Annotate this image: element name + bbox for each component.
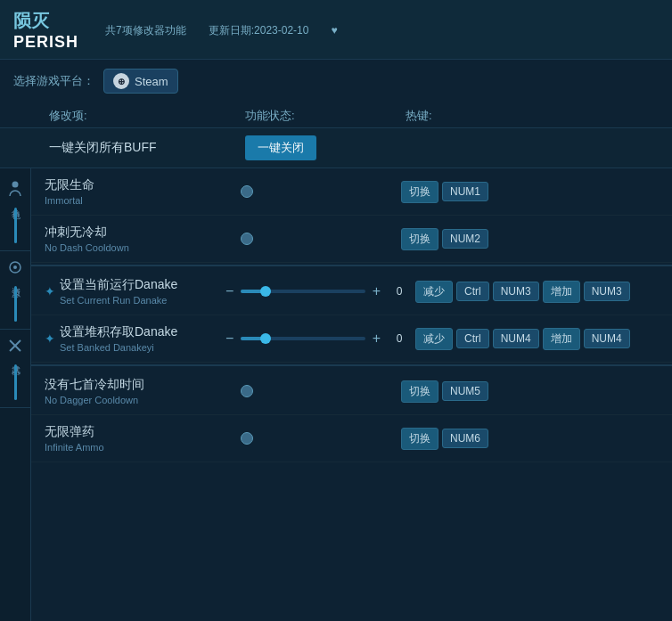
slider-decrease-btn[interactable]: − (223, 331, 236, 347)
header-meta: 共7项修改器功能 更新日期:2023-02-10 ♥ (105, 23, 338, 38)
slider-hotkey-ctrl[interactable]: Ctrl (456, 282, 489, 301)
slider-row: ✦ 设置当前运行Danake Set Current Run Danake − … (31, 268, 672, 315)
weapon-icon (6, 337, 24, 355)
toggle-dot (241, 432, 253, 445)
feature-info: 无限弹药 Infinite Ammo (45, 424, 241, 453)
hotkey-switch-1[interactable]: 切换 (401, 181, 438, 203)
slider-value: 0 (390, 285, 408, 298)
slider-hotkey-ctrl[interactable]: Ctrl (456, 329, 489, 348)
heart-icon[interactable]: ♥ (331, 24, 337, 37)
slider-hotkey-increase[interactable]: 增加 (543, 328, 580, 350)
hotkey-num1[interactable]: NUM1 (442, 182, 488, 201)
sidebar-label-weapon: 武器 (9, 358, 21, 362)
resources-icon (6, 258, 24, 276)
slider-increase-btn[interactable]: + (370, 331, 383, 347)
feature-name-cn: 冲刺无冷却 (45, 225, 241, 241)
hotkey-switch-6[interactable]: 切换 (401, 428, 438, 450)
toggle-dot (241, 385, 253, 397)
col-header-modify: 修改项: (49, 108, 245, 124)
slider-hotkey-num4-r[interactable]: NUM4 (584, 329, 630, 348)
star-icon: ✦ (45, 331, 55, 346)
feature-hotkeys: 切换 NUM6 (401, 428, 659, 450)
slider-hotkeys: 减少 Ctrl NUM4 增加 NUM4 (415, 328, 659, 350)
slider-name-cn: 设置当前运行Danake (60, 277, 177, 293)
hotkey-num2[interactable]: NUM2 (442, 229, 488, 249)
star-icon: ✦ (45, 284, 55, 298)
col-header-hotkey: 热键: (406, 108, 659, 124)
slider-value: 0 (390, 332, 408, 345)
main-content: 无限生命 Immortal 切换 NUM1 冲刺无冷却 No Dash Cool… (31, 168, 672, 621)
feature-name-cn: 没有七首冷却时间 (45, 377, 241, 393)
sidebar-section-resources: 资源 (0, 251, 30, 330)
platform-name: Steam (135, 75, 168, 88)
character-icon (6, 180, 24, 198)
feature-row: 没有七首冷却时间 No Dagger Cooldown 切换 NUM5 (31, 368, 672, 415)
sidebar-bar-weapon (14, 364, 17, 400)
feature-name-en: No Dash Cooldown (45, 242, 241, 253)
slider-name-en: Set Banked Danakeyi (60, 342, 177, 353)
slider-hotkey-increase[interactable]: 增加 (543, 281, 580, 303)
slider-hotkey-reduce[interactable]: 减少 (415, 328, 453, 350)
slider-controls: − + (223, 331, 383, 347)
toggle-dot (241, 185, 253, 198)
buff-label: 一键关闭所有BUFF (49, 140, 245, 156)
slider-text-info: 设置当前运行Danake Set Current Run Danake (60, 277, 177, 306)
section-divider-2 (31, 364, 672, 366)
feature-toggle[interactable] (241, 185, 401, 198)
feature-name-cn: 无限弹药 (45, 424, 241, 440)
buff-row: 一键关闭所有BUFF 一键关闭 (0, 128, 672, 168)
slider-feature-info: ✦ 设置堆积存取Danake Set Banked Danakeyi (45, 324, 223, 353)
platform-button[interactable]: ⊕ Steam (103, 69, 178, 94)
feature-toggle[interactable] (241, 233, 401, 245)
feature-info: 冲刺无冷却 No Dash Cooldown (45, 225, 241, 253)
game-title-en: PERISH (13, 33, 78, 52)
feature-hotkeys: 切换 NUM2 (401, 228, 659, 250)
platform-section: 选择游戏平台： ⊕ Steam (0, 60, 672, 102)
col-header-status: 功能状态: (245, 108, 406, 124)
hotkey-switch-2[interactable]: 切换 (401, 228, 438, 250)
feature-name-en: No Dagger Cooldown (45, 395, 241, 405)
slider-feature-info: ✦ 设置当前运行Danake Set Current Run Danake (45, 277, 223, 306)
feature-row: 无限生命 Immortal 切换 NUM1 (31, 168, 672, 216)
header: 陨灭 PERISH 共7项修改器功能 更新日期:2023-02-10 ♥ (0, 0, 672, 60)
toggle-dot (241, 233, 253, 245)
feature-info: 没有七首冷却时间 No Dagger Cooldown (45, 377, 241, 405)
svg-point-2 (13, 266, 17, 269)
feature-row: 无限弹药 Infinite Ammo 切换 NUM6 (31, 415, 672, 462)
slider-controls: − + (223, 283, 383, 299)
update-date: 更新日期:2023-02-10 (209, 23, 309, 38)
slider-hotkey-num3-l[interactable]: NUM3 (493, 282, 539, 301)
feature-toggle[interactable] (241, 432, 401, 445)
svg-point-0 (12, 182, 19, 188)
table-header: 修改项: 功能状态: 热键: (0, 102, 672, 128)
section-divider (31, 265, 672, 266)
slider-thumb[interactable] (260, 286, 271, 297)
slider-hotkey-reduce[interactable]: 减少 (415, 281, 453, 303)
feature-name-en: Infinite Ammo (45, 442, 241, 453)
slider-increase-btn[interactable]: + (370, 283, 383, 299)
slider-thumb[interactable] (260, 333, 271, 344)
slider-hotkeys: 减少 Ctrl NUM3 增加 NUM3 (415, 281, 659, 303)
feature-name-cn: 无限生命 (45, 177, 241, 193)
slider-hotkey-num3-r[interactable]: NUM3 (584, 282, 630, 301)
sidebar-label-resources: 资源 (9, 280, 21, 283)
content-area: 角色 资源 (0, 168, 672, 621)
slider-name-en: Set Current Run Danake (60, 295, 177, 306)
feature-hotkeys: 切换 NUM5 (401, 380, 659, 403)
slider-row: ✦ 设置堆积存取Danake Set Banked Danakeyi − + 0 (31, 315, 672, 363)
steam-icon: ⊕ (113, 73, 129, 89)
feature-row: 冲刺无冷却 No Dash Cooldown 切换 NUM2 (31, 216, 672, 263)
feature-toggle[interactable] (241, 385, 401, 397)
slider-text-info: 设置堆积存取Danake Set Banked Danakeyi (60, 324, 177, 353)
hotkey-switch-5[interactable]: 切换 (401, 380, 438, 403)
slider-name-cn: 设置堆积存取Danake (60, 324, 177, 340)
buff-close-button[interactable]: 一键关闭 (245, 135, 316, 160)
feature-name-en: Immortal (45, 195, 241, 206)
sidebar-bar-resources (14, 286, 17, 322)
slider-decrease-btn[interactable]: − (223, 283, 236, 299)
sidebar-label-character: 角色 (9, 201, 21, 205)
hotkey-num6[interactable]: NUM6 (442, 429, 488, 448)
feature-info: 无限生命 Immortal (45, 177, 241, 206)
hotkey-num5[interactable]: NUM5 (442, 381, 488, 401)
slider-hotkey-num4-l[interactable]: NUM4 (493, 329, 539, 348)
